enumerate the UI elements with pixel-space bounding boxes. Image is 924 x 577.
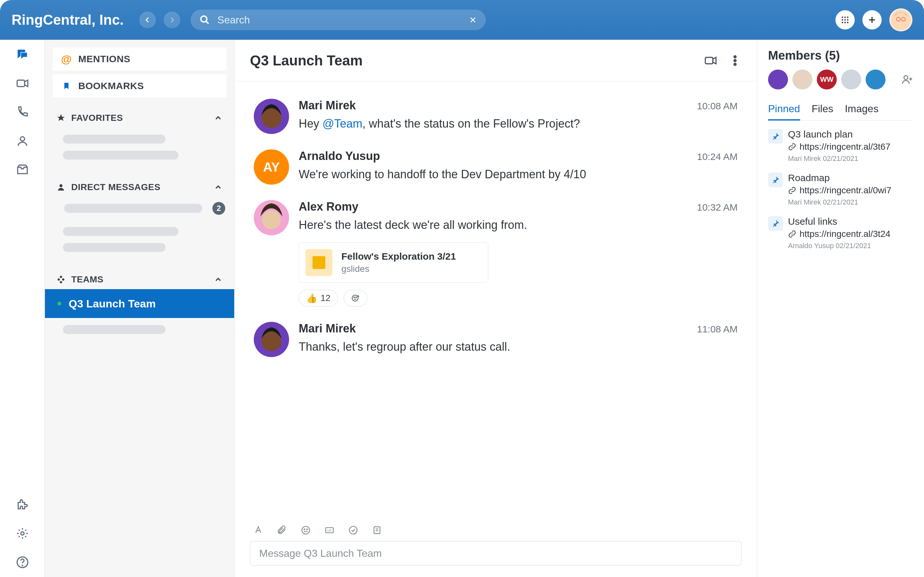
sidebar-section-teams: TEAMS Q3 Launch Team xyxy=(45,274,234,341)
favorites-header[interactable]: FAVORITES xyxy=(53,113,226,127)
reaction-thumbs-up[interactable]: 👍 12 xyxy=(299,290,338,306)
attach-button[interactable] xyxy=(277,525,287,535)
teams-header[interactable]: TEAMS xyxy=(45,274,234,289)
rail-phone[interactable] xyxy=(15,105,29,119)
message-text: We're working to handoff to the Dev Depa… xyxy=(299,166,738,183)
tab-images[interactable]: Images xyxy=(845,103,879,120)
dialpad-button[interactable] xyxy=(835,10,855,29)
dm-placeholder xyxy=(63,243,166,252)
task-button[interactable] xyxy=(348,525,359,535)
attachment-card[interactable]: Fellow's Exploration 3/21 gslides xyxy=(299,242,488,283)
link-icon xyxy=(788,230,796,238)
tab-files[interactable]: Files xyxy=(812,103,834,120)
member-avatar[interactable] xyxy=(768,69,788,89)
member-avatar[interactable] xyxy=(792,69,813,89)
svg-rect-18 xyxy=(17,80,24,87)
teams-icon xyxy=(57,275,65,284)
rail-apps[interactable] xyxy=(15,498,29,512)
dm-item[interactable]: 2 xyxy=(53,197,226,220)
sidebar-section-favorites: FAVORITES xyxy=(45,113,234,167)
sidebar-bookmarks[interactable]: BOOKMARKS xyxy=(53,74,226,97)
message-author: Arnaldo Yusup xyxy=(299,149,380,163)
avatar[interactable]: AY xyxy=(254,149,289,185)
nav-forward-button[interactable] xyxy=(164,11,180,28)
phone-icon xyxy=(16,106,29,119)
avatar[interactable] xyxy=(254,322,289,357)
add-reaction-button[interactable] xyxy=(344,290,367,306)
at-icon: @ xyxy=(61,54,71,64)
add-member-button[interactable] xyxy=(901,74,913,85)
pin-title: Roadmap xyxy=(788,172,891,183)
svg-point-9 xyxy=(847,19,849,21)
message-text: Hey @Team, what's the status on the Fell… xyxy=(299,115,738,132)
mention[interactable]: @Team xyxy=(322,117,363,130)
message-time: 11:08 AM xyxy=(697,324,738,335)
profile-avatar[interactable] xyxy=(889,8,913,31)
svg-text:GIF: GIF xyxy=(327,529,332,532)
thumbs-up-icon: 👍 xyxy=(306,293,317,303)
format-button[interactable] xyxy=(253,525,263,535)
pin-link[interactable]: https://ringcentr.al/3t24 xyxy=(788,229,890,239)
pin-link[interactable]: https://ringcentr.al/3t67 xyxy=(788,142,890,152)
pinned-item[interactable]: Useful links https://ringcentr.al/3t24 A… xyxy=(768,216,913,250)
message-author: Mari Mirek xyxy=(299,322,356,335)
tab-pinned[interactable]: Pinned xyxy=(768,103,800,121)
svg-point-6 xyxy=(847,17,849,18)
search-input[interactable] xyxy=(218,14,461,26)
member-avatar[interactable]: WW xyxy=(817,69,837,89)
avatar[interactable] xyxy=(254,99,289,134)
details-panel: Members (5) WW Pinned Files Images xyxy=(757,40,924,577)
svg-point-45 xyxy=(302,526,310,534)
member-avatar[interactable] xyxy=(841,69,861,89)
search-box[interactable] xyxy=(191,10,486,30)
start-video-button[interactable] xyxy=(704,54,717,67)
member-strip: WW xyxy=(768,69,913,89)
avatar[interactable] xyxy=(254,200,289,235)
gif-button[interactable]: GIF xyxy=(325,525,334,535)
paperclip-icon xyxy=(277,525,287,535)
rail-contacts[interactable] xyxy=(15,134,29,148)
reaction-count: 12 xyxy=(320,293,330,303)
favorites-placeholder xyxy=(63,135,166,143)
team-item-q3-launch[interactable]: Q3 Launch Team xyxy=(45,289,234,318)
sidebar-mentions[interactable]: @ MENTIONS xyxy=(53,47,226,71)
pinned-item[interactable]: Q3 launch plan https://ringcentr.al/3t67… xyxy=(768,129,913,163)
chat-header: Q3 Launch Team xyxy=(234,40,757,81)
rail-messages[interactable] xyxy=(15,47,29,61)
dm-label: DIRECT MESSAGES xyxy=(71,182,160,192)
rail-settings[interactable] xyxy=(15,526,29,540)
svg-point-50 xyxy=(349,526,357,534)
svg-point-27 xyxy=(60,276,62,278)
avatar-face-icon xyxy=(254,322,289,357)
avatar-face-icon xyxy=(891,10,911,30)
message: Mari Mirek 11:08 AM Thanks, let's regrou… xyxy=(254,314,738,365)
composer-input[interactable] xyxy=(259,548,732,559)
members-title: Members (5) xyxy=(768,49,913,63)
clear-search-icon[interactable] xyxy=(469,16,477,24)
message-list[interactable]: Mari Mirek 10:08 AM Hey @Team, what's th… xyxy=(234,81,757,521)
rail-help[interactable] xyxy=(15,555,29,569)
rail-inbox[interactable] xyxy=(15,163,29,177)
note-button[interactable] xyxy=(372,525,382,535)
emoji-button[interactable] xyxy=(300,525,311,535)
navigation-rail xyxy=(0,40,45,577)
svg-point-31 xyxy=(734,56,736,58)
pin-title: Q3 launch plan xyxy=(788,129,890,140)
chat-more-button[interactable] xyxy=(729,54,741,67)
message-time: 10:24 AM xyxy=(697,151,738,162)
pinned-item[interactable]: Roadmap https://ringcentr.al/0wi7 Mari M… xyxy=(768,172,913,206)
dm-header[interactable]: DIRECT MESSAGES xyxy=(53,182,226,197)
reaction-bar: 👍 12 xyxy=(299,290,738,306)
text-format-icon xyxy=(253,525,263,535)
svg-marker-19 xyxy=(24,80,27,87)
new-button[interactable] xyxy=(863,10,882,29)
message-text: Thanks, let's regroup after our status c… xyxy=(299,338,738,355)
nav-back-button[interactable] xyxy=(139,11,156,28)
svg-point-47 xyxy=(307,529,308,530)
composer-input-box[interactable] xyxy=(250,541,741,566)
svg-point-10 xyxy=(842,22,843,23)
member-avatar[interactable] xyxy=(866,69,885,89)
pin-link[interactable]: https://ringcentr.al/0wi7 xyxy=(788,185,891,195)
rail-video[interactable] xyxy=(15,76,29,90)
svg-point-7 xyxy=(842,19,843,21)
